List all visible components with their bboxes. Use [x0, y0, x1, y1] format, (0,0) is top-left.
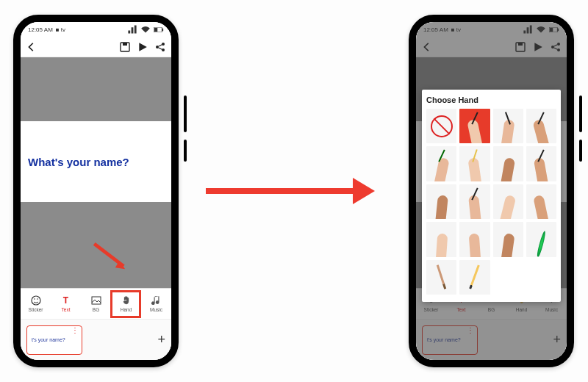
back-icon[interactable]: [26, 42, 37, 52]
tool-label: Text: [62, 307, 71, 312]
phone-side-button: [579, 140, 582, 162]
hand-option[interactable]: [459, 184, 490, 219]
status-time: 12:05 AM: [28, 26, 53, 33]
svg-point-5: [162, 43, 165, 46]
battery-icon: [154, 24, 164, 35]
phone-side-button: [184, 96, 187, 132]
wifi-icon: [140, 24, 151, 35]
canvas-text: What's your name?: [28, 156, 129, 168]
svg-point-8: [32, 296, 40, 305]
smiley-icon: [31, 295, 41, 306]
callout-arrow: [91, 242, 134, 272]
svg-rect-11: [92, 297, 101, 304]
signal-icon: [127, 24, 137, 35]
status-rec: ■ tv: [56, 26, 65, 33]
tool-sticker[interactable]: Sticker: [21, 289, 51, 319]
hand-option[interactable]: [426, 146, 456, 181]
svg-point-6: [156, 46, 159, 48]
tool-bg[interactable]: BG: [81, 289, 111, 319]
tool-text[interactable]: T Text: [51, 289, 81, 319]
dialog-title: Choose Hand: [426, 96, 556, 104]
top-bar: [21, 37, 171, 57]
tool-label: Sticker: [29, 307, 43, 312]
bottom-toolbar: Sticker T Text BG Hand Music: [21, 288, 171, 319]
screen-right: 12:05 AM ■ tv What's your name? ☺Stick: [416, 22, 567, 360]
svg-point-9: [34, 298, 35, 300]
share-icon[interactable]: [155, 42, 165, 52]
hand-option[interactable]: [426, 184, 456, 219]
svg-point-7: [162, 48, 165, 51]
phone-left: 12:05 AM ■ tv What's your name?: [13, 15, 179, 367]
hand-option[interactable]: [426, 222, 456, 256]
svg-point-10: [37, 298, 38, 300]
hand-option-brush[interactable]: [426, 260, 456, 295]
music-icon: [151, 295, 162, 306]
choose-hand-dialog: Choose Hand: [422, 90, 561, 302]
hand-option-empty: [526, 260, 556, 295]
hand-option[interactable]: [526, 184, 556, 219]
play-icon[interactable]: [137, 42, 148, 52]
tool-music[interactable]: Music: [141, 289, 171, 319]
phone-right: 12:05 AM ■ tv What's your name? ☺Stick: [409, 15, 574, 367]
thumb-caption: t's your name?: [32, 337, 65, 342]
hand-grid: [426, 109, 556, 295]
screen-left: 12:05 AM ■ tv What's your name?: [21, 22, 171, 360]
svg-rect-4: [123, 43, 127, 46]
hand-icon: [121, 295, 132, 306]
phone-side-button: [184, 140, 187, 162]
slide-thumb[interactable]: t's your name? ⋮: [26, 325, 82, 355]
hand-option[interactable]: [493, 109, 523, 143]
tool-label: Music: [150, 307, 162, 312]
tool-label: Hand: [121, 307, 132, 312]
transition-arrow: [206, 176, 375, 206]
hand-option[interactable]: [459, 109, 490, 143]
hand-option-feather[interactable]: [526, 222, 556, 256]
text-card[interactable]: What's your name?: [21, 121, 171, 202]
status-bar: 12:05 AM ■ tv: [21, 22, 171, 37]
save-icon[interactable]: [120, 42, 130, 52]
thumb-strip: t's your name? ⋮ +: [21, 319, 171, 360]
image-icon: [91, 295, 101, 306]
text-icon: T: [61, 295, 71, 306]
phone-side-button: [579, 96, 582, 132]
hand-option[interactable]: [526, 109, 556, 143]
hand-option[interactable]: [493, 222, 523, 256]
hand-option[interactable]: [459, 222, 490, 256]
thumb-more-icon[interactable]: ⋮: [71, 329, 79, 332]
hand-option-pencil[interactable]: [459, 260, 490, 295]
hand-option[interactable]: [459, 146, 490, 181]
hand-option[interactable]: [526, 146, 556, 181]
hand-option-none[interactable]: [426, 109, 456, 143]
hand-option[interactable]: [493, 146, 523, 181]
svg-rect-2: [154, 27, 157, 31]
hand-option-empty: [493, 260, 523, 295]
tool-label: BG: [93, 307, 99, 312]
hand-option[interactable]: [493, 184, 523, 219]
add-slide-button[interactable]: +: [157, 332, 165, 347]
svg-rect-1: [162, 28, 163, 31]
tool-hand[interactable]: Hand: [111, 289, 141, 319]
